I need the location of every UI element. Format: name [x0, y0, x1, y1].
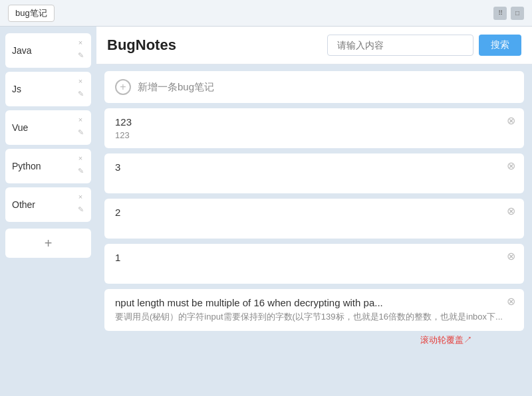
- sidebar-item-other-close[interactable]: ×: [75, 191, 86, 202]
- sidebar-item-java[interactable]: Java × ✎: [5, 33, 91, 68]
- note-delete-4[interactable]: ⊗: [504, 249, 517, 262]
- window-icon[interactable]: □: [511, 7, 524, 20]
- note-card-4[interactable]: 1 ⊗: [104, 244, 524, 284]
- sidebar-item-vue-close[interactable]: ×: [75, 114, 86, 125]
- sidebar-item-other-edit[interactable]: ✎: [75, 204, 86, 215]
- window-controls: ⠿ □: [493, 7, 524, 20]
- note-card-5[interactable]: nput length must be multiple of 16 when …: [104, 289, 524, 331]
- sidebar-add-icon: +: [45, 236, 53, 251]
- note-title-3: 2: [115, 207, 513, 218]
- note-preview-5: 要调用员(秘钥）的字符input需要保持到的字数(以字节139标，也就是16倍数…: [115, 311, 513, 323]
- sidebar-item-java-close[interactable]: ×: [75, 37, 86, 48]
- sidebar-item-label-vue: Vue: [12, 122, 28, 133]
- add-note-label: 新增一条bug笔记: [138, 81, 214, 94]
- main-container: Java × ✎ Js × ✎ Vue × ✎ Python × ✎: [0, 27, 532, 396]
- app-title: BugNotes: [107, 37, 176, 54]
- note-card-2[interactable]: 3 ⊗: [104, 153, 524, 193]
- header: BugNotes 搜索: [96, 27, 532, 64]
- sidebar-add-button[interactable]: +: [5, 229, 91, 258]
- note-card-1[interactable]: 123 123 ⊗: [104, 108, 524, 148]
- note-title-4: 1: [115, 252, 513, 263]
- search-input[interactable]: [327, 35, 473, 56]
- sidebar-item-python-close[interactable]: ×: [75, 153, 86, 163]
- sidebar-item-other[interactable]: Other × ✎: [5, 187, 91, 222]
- sidebar: Java × ✎ Js × ✎ Vue × ✎ Python × ✎: [0, 27, 96, 396]
- search-button[interactable]: 搜索: [479, 35, 521, 56]
- notes-list: + 新增一条bug笔记 123 123 ⊗ 3 ⊗ 2 ⊗ 1: [96, 64, 532, 396]
- note-card-3[interactable]: 2 ⊗: [104, 199, 524, 239]
- sidebar-item-js-edit[interactable]: ✎: [75, 88, 86, 99]
- sidebar-item-label-python: Python: [12, 161, 41, 171]
- sidebar-item-vue[interactable]: Vue × ✎: [5, 110, 91, 145]
- note-preview-1: 123: [115, 130, 513, 140]
- content-area: BugNotes 搜索 + 新增一条bug笔记 123 123 ⊗ 3 ⊗: [96, 27, 532, 396]
- note-delete-2[interactable]: ⊗: [504, 159, 517, 172]
- sidebar-item-label-java: Java: [12, 45, 32, 56]
- sidebar-item-java-controls: × ✎: [75, 37, 86, 60]
- sidebar-item-label-js: Js: [12, 84, 21, 94]
- sidebar-item-java-edit[interactable]: ✎: [75, 50, 86, 60]
- menu-icon[interactable]: ⠿: [493, 7, 507, 20]
- window-title: bug笔记: [8, 5, 55, 22]
- sidebar-item-js[interactable]: Js × ✎: [5, 72, 91, 106]
- sidebar-item-other-controls: × ✎: [75, 191, 86, 215]
- note-title-5: nput length must be multiple of 16 when …: [115, 297, 513, 308]
- sidebar-item-python[interactable]: Python × ✎: [5, 149, 91, 183]
- sidebar-item-python-controls: × ✎: [75, 153, 86, 176]
- sidebar-item-vue-edit[interactable]: ✎: [75, 127, 86, 138]
- sidebar-item-python-edit[interactable]: ✎: [75, 165, 86, 176]
- note-delete-1[interactable]: ⊗: [504, 114, 517, 127]
- title-bar: bug笔记 ⠿ □: [0, 0, 532, 27]
- sidebar-item-js-close[interactable]: ×: [75, 76, 86, 86]
- sidebar-item-vue-controls: × ✎: [75, 114, 86, 138]
- note-title-1: 123: [115, 116, 513, 128]
- search-area: 搜索: [327, 35, 521, 56]
- note-title-2: 3: [115, 161, 513, 173]
- note-delete-5[interactable]: ⊗: [504, 294, 517, 308]
- sidebar-item-label-other: Other: [12, 199, 35, 210]
- note-delete-3[interactable]: ⊗: [504, 204, 517, 217]
- add-note-plus-icon: +: [115, 79, 131, 95]
- add-note-button[interactable]: + 新增一条bug笔记: [104, 71, 524, 103]
- sidebar-item-js-controls: × ✎: [75, 76, 86, 99]
